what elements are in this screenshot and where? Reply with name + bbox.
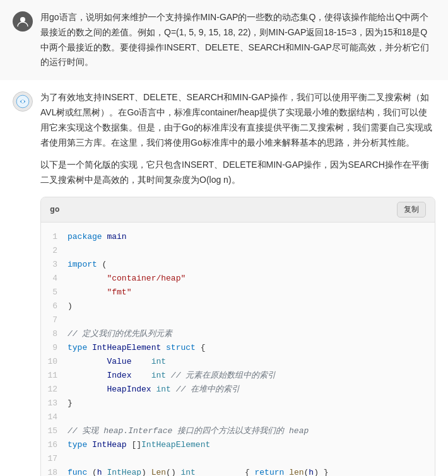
line-content: func (h IntHeap) Len() int { return len(… — [68, 466, 435, 476]
assistant-avatar — [13, 91, 33, 112]
line-number: 3 — [41, 258, 68, 272]
code-line: 15// 实现 heap.Interface 接口的四个方法以支持我们的 hea… — [41, 424, 435, 438]
assistant-message-content: 为了有效地支持INSERT、DELETE、SEARCH和MIN-GAP操作，我们… — [40, 90, 435, 476]
line-content: type IntHeap []IntHeapElement — [68, 438, 435, 452]
line-content: "container/heap" — [68, 272, 435, 286]
line-content: type IntHeapElement struct { — [68, 341, 435, 355]
line-number: 6 — [41, 299, 68, 313]
code-line: 18func (h IntHeap) Len() int { return le… — [41, 466, 435, 476]
code-line: 7 — [41, 313, 435, 327]
chat-container: 用go语言，说明如何来维护一个支持操作MIN-GAP的一些数的动态集Q，使得该操… — [0, 0, 448, 476]
code-line: 4 "container/heap" — [41, 272, 435, 286]
code-line: 14 — [41, 410, 435, 424]
user-avatar — [13, 11, 33, 32]
code-line: 16type IntHeap []IntHeapElement — [41, 438, 435, 452]
line-content — [68, 244, 435, 258]
line-number: 9 — [41, 341, 68, 355]
line-content: import ( — [68, 258, 435, 272]
code-line: 5 "fmt" — [41, 286, 435, 299]
line-number: 7 — [41, 313, 68, 327]
line-number: 8 — [41, 327, 68, 341]
code-line: 9type IntHeapElement struct { — [41, 341, 435, 355]
line-content — [68, 313, 435, 327]
code-line: 17 — [41, 452, 435, 466]
code-line: 10 Value int — [41, 355, 435, 369]
line-number: 18 — [41, 466, 68, 476]
code-line: 3import ( — [41, 258, 435, 272]
line-number: 10 — [41, 355, 68, 369]
line-content: // 定义我们的优先队列元素 — [68, 327, 435, 341]
line-content: Index int // 元素在原始数组中的索引 — [68, 369, 435, 383]
line-content: "fmt" — [68, 286, 435, 299]
line-number: 16 — [41, 438, 68, 452]
code-area: 1package main2 3import (4 "container/hea… — [41, 223, 435, 476]
code-lang-label: go — [50, 202, 60, 216]
line-content: package main — [68, 230, 435, 244]
line-number: 11 — [41, 369, 68, 383]
copy-button[interactable]: 复制 — [397, 202, 426, 218]
line-content — [68, 452, 435, 466]
line-number: 17 — [41, 452, 68, 466]
line-content: } — [68, 397, 435, 410]
assistant-message-block: 为了有效地支持INSERT、DELETE、SEARCH和MIN-GAP操作，我们… — [0, 80, 448, 476]
svg-point-2 — [21, 100, 24, 103]
line-number: 4 — [41, 272, 68, 286]
assistant-text-1: 为了有效地支持INSERT、DELETE、SEARCH和MIN-GAP操作，我们… — [40, 90, 435, 150]
line-content: ) — [68, 299, 435, 313]
assistant-text-2: 以下是一个简化版的实现，它只包含INSERT、DELETE和MIN-GAP操作，… — [40, 158, 435, 188]
line-content: Value int — [68, 355, 435, 369]
code-line: 1package main — [41, 230, 435, 244]
line-number: 2 — [41, 244, 68, 258]
code-line: 8// 定义我们的优先队列元素 — [41, 327, 435, 341]
code-block: go 复制 1package main2 3import (4 "contain… — [40, 197, 435, 476]
line-content: // 实现 heap.Interface 接口的四个方法以支持我们的 heap — [68, 424, 435, 438]
line-content: HeapIndex int // 在堆中的索引 — [68, 383, 435, 397]
line-number: 12 — [41, 383, 68, 397]
code-line: 6) — [41, 299, 435, 313]
line-number: 15 — [41, 424, 68, 438]
code-line: 11 Index int // 元素在原始数组中的索引 — [41, 369, 435, 383]
user-text-1: 用go语言，说明如何来维护一个支持操作MIN-GAP的一些数的动态集Q，使得该操… — [40, 10, 435, 70]
code-block-header: go 复制 — [41, 197, 435, 223]
line-number: 1 — [41, 230, 68, 244]
line-number: 5 — [41, 286, 68, 299]
line-number: 13 — [41, 397, 68, 410]
user-message-block: 用go语言，说明如何来维护一个支持操作MIN-GAP的一些数的动态集Q，使得该操… — [0, 0, 448, 80]
code-line: 12 HeapIndex int // 在堆中的索引 — [41, 383, 435, 397]
code-line: 2 — [41, 244, 435, 258]
svg-point-0 — [20, 17, 25, 22]
code-line: 13} — [41, 397, 435, 410]
user-message-content: 用go语言，说明如何来维护一个支持操作MIN-GAP的一些数的动态集Q，使得该操… — [40, 10, 435, 70]
line-content — [68, 410, 435, 424]
line-number: 14 — [41, 410, 68, 424]
